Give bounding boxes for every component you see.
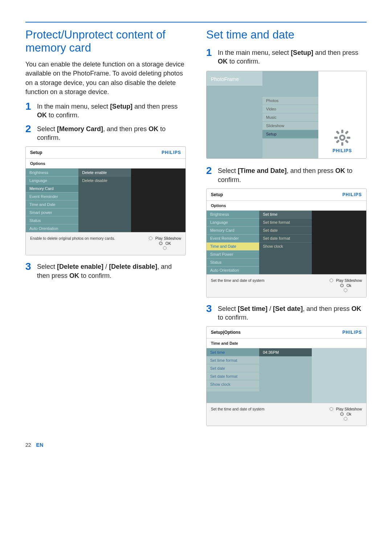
step-text: Select [Delete enable] / [Delete disable…: [37, 262, 186, 280]
heading-timedate: Set time and date: [206, 28, 367, 41]
gear-icon: [334, 129, 351, 146]
svg-rect-4: [347, 137, 350, 139]
nav-circle-icon: [149, 236, 152, 240]
nav-label: OK: [166, 241, 171, 246]
menu-item-selected: Time and Date: [207, 243, 259, 251]
svg-rect-6: [345, 139, 349, 143]
screen-memory-card: Setup PHILIPS Options Brightness Languag…: [25, 146, 186, 255]
step-number: 1: [206, 48, 213, 58]
protect-intro: You can enable the delete function on a …: [25, 60, 186, 97]
pf-left: PhotoFrame: [207, 71, 262, 158]
step-text: In the main menu, select [Setup] and the…: [218, 48, 367, 66]
menu-item: Event Reminder: [26, 193, 78, 200]
menu-item: Event Reminder: [207, 235, 259, 243]
list-item: 1 In the main menu, select [Setup] and t…: [206, 47, 367, 66]
svg-rect-7: [345, 130, 349, 134]
menu-item: Status: [26, 216, 78, 224]
screen-footer: Enable to delete original photos on memo…: [26, 232, 185, 255]
nav-circle-icon: [330, 279, 333, 282]
list-item: 3 Select [Delete enable] / [Delete disab…: [25, 261, 186, 280]
screen-subtitle: Time and Date: [207, 339, 366, 348]
nav-circle-icon: [163, 246, 167, 250]
menu-item: Memory Card: [207, 227, 259, 235]
pf-blank: [262, 71, 318, 97]
menu-left: Brightness Language Memory Card Event Re…: [26, 169, 78, 232]
right-column: Set time and date 1 In the main menu, se…: [206, 26, 367, 432]
menu-fill: [259, 356, 312, 403]
screen-subtitle: Options: [207, 201, 366, 211]
step-text: In the main menu, select [Setup] and the…: [37, 102, 186, 120]
value-cell: 04:36PM: [259, 348, 312, 356]
menu-item: Language: [207, 219, 259, 227]
screen-time-and-date: Setup PHILIPS Options Brightness Languag…: [206, 189, 367, 297]
list-item: 3 Select [Set time] / [Set date], and th…: [206, 303, 367, 322]
philips-logo: PHILIPS: [332, 148, 352, 153]
menu-item: Delete disable: [78, 177, 131, 184]
menu-fill: [207, 388, 259, 392]
menu-middle: 04:36PM: [259, 348, 312, 403]
menu-item: Status: [207, 259, 259, 267]
svg-rect-5: [336, 130, 340, 134]
step-text: Select [Memory Card], and then pres OK t…: [37, 125, 186, 142]
svg-rect-8: [336, 139, 340, 143]
menu-item: Set date: [259, 227, 312, 235]
screen-body: Set time Set time format Set date Set da…: [207, 348, 366, 403]
screen-set-time: Setup|Options PHILIPS Time and Date Set …: [206, 326, 367, 426]
menu-middle: Delete enable Delete disable: [78, 169, 131, 232]
menu-item: Show clock: [259, 243, 312, 250]
screen-footer: Set the time and date of system Play Sli…: [207, 274, 366, 297]
protect-steps-cont: 3 Select [Delete enable] / [Delete disab…: [25, 261, 186, 280]
list-item: 2 Select [Memory Card], and then pres OK…: [25, 123, 186, 142]
step-number: 1: [25, 101, 32, 112]
nav-circle-icon: [344, 288, 347, 292]
screen-body: PhotoFrame Photos Video Music Slideshow …: [207, 71, 366, 158]
step-text: Select [Set time] / [Set date], and then…: [218, 304, 367, 322]
menu-right: [131, 169, 185, 232]
pf-right: PHILIPS: [318, 71, 366, 158]
nav-label: Play Slideshow: [155, 236, 181, 240]
nav-label: Play Slideshow: [336, 407, 362, 411]
nav-label: Play Slideshow: [336, 278, 362, 283]
footer-message: Enable to delete original photos on memo…: [30, 236, 145, 240]
menu-item: Set time format: [259, 219, 312, 227]
philips-logo: PHILIPS: [162, 150, 181, 155]
menu-right: [312, 348, 366, 403]
nav-circle-icon: [344, 417, 347, 421]
menu-item: Video: [262, 105, 318, 113]
screen-subtitle: Options: [26, 159, 185, 169]
menu-item: Auto Orientation: [207, 267, 259, 274]
timedate-steps-3: 3 Select [Set time] / [Set date], and th…: [206, 303, 367, 322]
step-text: Select [Time and Date], and then press O…: [218, 166, 367, 184]
list-item: 2 Select [Time and Date], and then press…: [206, 165, 367, 184]
footer-message: Set the time and date of system: [211, 278, 326, 283]
nav-buttons: Play Slideshow Ok: [330, 407, 362, 421]
page-number: 22: [25, 442, 31, 448]
menu-item: Smart Power: [207, 251, 259, 259]
pf-mid-fill: [262, 138, 318, 158]
nav-row: [344, 288, 347, 292]
nav-buttons: Play Slideshow Ok: [330, 278, 362, 292]
menu-item: Slideshow: [262, 122, 318, 130]
screen-header: Setup PHILIPS: [26, 147, 185, 159]
list-item: 1 In the main menu, select [Setup] and t…: [25, 101, 186, 120]
menu-item: Brightness: [26, 169, 78, 177]
pf-left-fill: [207, 86, 262, 158]
svg-point-9: [341, 136, 344, 139]
footer-message: Set the time and date of system: [211, 407, 326, 411]
page-language: EN: [36, 442, 43, 448]
nav-label: Ok: [347, 283, 351, 288]
menu-item: Delete enable: [78, 169, 131, 177]
menu-item: Set date: [207, 364, 259, 372]
menu-middle: Set time Set time format Set date Set da…: [259, 211, 312, 274]
nav-row: [163, 246, 167, 250]
menu-item-selected: Memory Card: [26, 185, 78, 193]
menu-item: Music: [262, 113, 318, 122]
nav-row: Ok: [340, 283, 351, 288]
menu-item: Photos: [262, 97, 318, 105]
timedate-steps-2: 2 Select [Time and Date], and then press…: [206, 165, 367, 184]
heading-protect: Protect/Unprotect content of memory card: [25, 28, 186, 54]
menu-right: [312, 211, 366, 274]
menu-item: Smart power: [26, 208, 78, 216]
menu-item-selected: Set time: [207, 348, 259, 356]
menu-item: Set date format: [207, 372, 259, 380]
